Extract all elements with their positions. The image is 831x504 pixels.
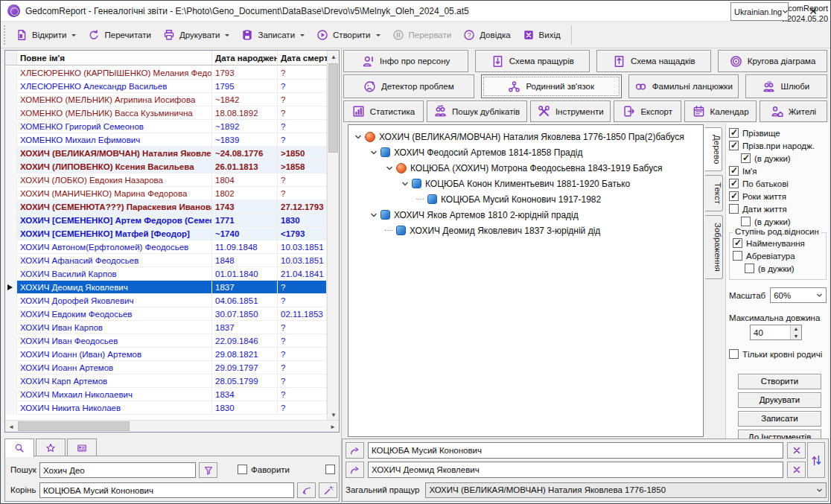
birth-date-cell[interactable]: ~1740 — [212, 227, 278, 240]
goto-person1-button[interactable] — [346, 442, 364, 459]
scroll-down-arrow[interactable]: ▼ — [328, 409, 340, 421]
person1-input[interactable] — [368, 442, 783, 459]
person-name-cell[interactable]: ХОХИЧ Карп Артемов — [17, 374, 212, 387]
feature-tab-problem-detector[interactable]: Детектор проблем — [343, 74, 474, 98]
option-checkbox[interactable]: Найменування — [733, 238, 824, 249]
person-name-cell[interactable]: ХОХИЧ Михаил Николаевич — [17, 388, 212, 401]
search-tab-card[interactable] — [67, 438, 97, 456]
death-date-cell[interactable]: 10.03.1851 — [278, 254, 327, 267]
checkbox-box[interactable] — [729, 141, 739, 150]
death-date-cell[interactable]: 02.11.1853 — [278, 307, 327, 320]
tree-expand-icon[interactable] — [369, 210, 378, 220]
death-date-cell[interactable]: ? — [278, 374, 327, 387]
death-date-cell[interactable]: ? — [278, 281, 327, 293]
tree-node[interactable]: ХОХИЧ Феодосий Артемов 1814-1858 Прадід — [348, 144, 703, 160]
table-row[interactable]: ХОМЕНКО (МЕЛЬНИК) Васса Кузьминична18.08… — [5, 106, 327, 120]
tree-node[interactable]: ХОХИЧ Яков Артемов 1810 2-юрідній прадід — [348, 207, 703, 223]
birth-date-cell[interactable]: 18.08.1892 — [212, 106, 278, 119]
favorites-checkbox-box[interactable] — [238, 465, 247, 474]
option-checkbox[interactable]: Прізвище — [729, 128, 829, 139]
table-row[interactable]: ХОМЕНКО Григорий Семеонов~1892? — [5, 120, 327, 133]
birth-date-cell[interactable]: 1743 — [212, 200, 278, 213]
table-row[interactable]: ХОХИЧ Михаил Николаевич1834? — [5, 388, 327, 401]
clear-person1-button[interactable] — [787, 442, 806, 459]
person-name-cell[interactable]: ХОМЕНКО Григорий Семеонов — [17, 120, 212, 133]
tree-node[interactable]: КОЦЮБА Конон Климентьевич 1881-1920 Бать… — [348, 176, 703, 191]
birth-date-cell[interactable]: 26.01.1813 — [212, 160, 278, 173]
view-tab-Зображення[interactable]: Зображення — [705, 215, 723, 279]
tree-expand-icon[interactable] — [353, 132, 363, 141]
person-name-cell[interactable]: ХОХИЧ [СЕМЕНЕНКО] Артем Федоров (Семео — [17, 214, 212, 226]
person-name-cell[interactable]: ХОХИЧ Автоном(Ерфтоломей) Феодосьев — [17, 240, 212, 253]
table-row[interactable]: ХОХИЧ (ЛИПОВЕНКО) Ксения Васильева26.01.… — [5, 160, 327, 173]
scroll-right-arrow[interactable]: ► — [327, 421, 339, 433]
person-name-cell[interactable]: ХОХИЧ [СЕМЕНЕНКО] Матфей [Феодор] — [17, 227, 212, 240]
death-date-cell[interactable]: 21.04.1841 — [278, 267, 327, 280]
birth-date-cell[interactable]: 1834 — [212, 388, 278, 401]
checkbox-box[interactable] — [729, 166, 739, 176]
favorites-checkbox[interactable]: Фаворити — [238, 465, 290, 476]
search-tab-star[interactable] — [36, 438, 66, 456]
person-name-cell[interactable]: ХЛЕСЮРЕНКО (КАРПЫШЕНКО) Мелания Федоровн… — [17, 66, 212, 79]
checkbox-box[interactable] — [741, 153, 751, 163]
goto-person2-button[interactable] — [346, 462, 364, 478]
col-birth-date[interactable]: Дата народження — [212, 51, 278, 65]
tree-expand-icon[interactable] — [400, 179, 410, 188]
language-select[interactable]: Ukrainian.lng — [730, 2, 789, 21]
wand-button[interactable] — [319, 482, 337, 498]
table-row[interactable]: ХОХИЧ Дорофей Яковлевич04.06.1851? — [5, 294, 327, 307]
alive-checkbox-box[interactable] — [325, 465, 335, 474]
option-checkbox[interactable]: Прізв.при народж. — [729, 141, 829, 152]
tree-node[interactable]: КОЦЮБА Мусий Кононович 1917-1982 — [348, 191, 703, 207]
person-name-cell[interactable]: ХОХИЧ Иоанн Артемов — [17, 361, 212, 374]
death-date-cell[interactable]: ? — [278, 401, 327, 414]
person-name-cell[interactable]: ХОХИЧ Иван Феодосьев — [17, 334, 212, 347]
birth-date-cell[interactable]: 1793 — [212, 66, 278, 79]
table-horizontal-scrollbar[interactable]: ◄ ► — [5, 420, 339, 432]
birth-date-cell[interactable]: ~1842 — [212, 93, 278, 106]
table-vertical-scrollbar[interactable]: ▲ ▼ — [327, 51, 339, 421]
person-name-cell[interactable]: ХОХИЧ Деомид Яковлевич — [17, 281, 212, 293]
toolbar-button-open-document[interactable]: Відкрити — [10, 25, 82, 45]
toolbar-button-create[interactable]: Створити — [311, 25, 386, 45]
toolbar-button-help[interactable]: ?Довідка — [457, 25, 516, 45]
checkbox-box[interactable] — [729, 179, 739, 188]
death-date-cell[interactable]: ? — [278, 80, 327, 92]
birth-date-cell[interactable]: 04.06.1851 — [212, 294, 278, 307]
spinner-up-arrow[interactable]: ▲ — [791, 325, 801, 333]
table-row[interactable]: ХОХИЧ Иоанн Артемов29.09.1797? — [5, 361, 327, 374]
birth-date-cell[interactable]: 11.09.1848 — [212, 240, 278, 253]
feature-tab-residents[interactable]: Жителі — [760, 101, 827, 122]
birth-date-cell[interactable]: 1848 — [212, 254, 278, 267]
table-row[interactable]: ХОМЕНКО Михаил Ефимович~1839? — [5, 133, 327, 147]
alive-checkbox[interactable]: Живе — [325, 465, 340, 476]
birth-date-cell[interactable]: 22.09.1846 — [212, 334, 278, 347]
person-name-cell[interactable]: ХОМЕНКО Михаил Ефимович — [17, 133, 212, 146]
death-date-cell[interactable]: >1858 — [278, 160, 327, 173]
checkbox-box[interactable] — [729, 128, 739, 138]
option-checkbox[interactable]: Дати життя — [729, 204, 829, 215]
person-name-cell[interactable]: ХОХИЧ (ЛИПОВЕНКО) Ксения Васильева — [17, 160, 212, 173]
table-row[interactable]: ХОХИЧ Иоанн (Иван) Артемов29.08.1821? — [5, 348, 327, 361]
death-date-cell[interactable]: ? — [278, 120, 327, 133]
option-checkbox[interactable]: (в дужки) — [741, 217, 829, 228]
birth-date-cell[interactable]: ~1892 — [212, 120, 278, 133]
person-name-cell[interactable]: ХОМЕНКО (МЕЛЬНИК) Васса Кузьминична — [17, 106, 212, 119]
col-death-date[interactable]: Дата смерті — [278, 51, 327, 65]
birth-date-cell[interactable]: 29.09.1797 — [212, 361, 278, 374]
person-name-cell[interactable]: ХОХИЧ Дорофей Яковлевич — [17, 294, 212, 307]
tree-expand-icon[interactable] — [369, 147, 378, 157]
birth-date-cell[interactable]: 29.08.1821 — [212, 348, 278, 360]
death-date-cell[interactable]: 27.12.1793 — [278, 200, 327, 213]
option-checkbox[interactable]: (в дужки) — [745, 264, 824, 275]
toolbar-button-exit[interactable]: Вихід — [517, 25, 567, 45]
person-name-cell[interactable]: ХОХИЧ Евдоким Феодосьев — [17, 307, 212, 320]
tree-expand-icon[interactable] — [384, 163, 394, 173]
table-row[interactable]: ХОХИЧ Автоном(Ерфтоломей) Феодосьев11.09… — [5, 240, 327, 254]
person-name-cell[interactable]: ХОХИЧ (СЕМЕНЮТА???) Параскевия Иванова — [17, 200, 212, 213]
table-row[interactable]: ХОХИЧ Карп Артемов28.05.1799? — [5, 374, 327, 388]
checkbox-box[interactable] — [745, 264, 754, 273]
scroll-left-arrow[interactable]: ◄ — [5, 421, 17, 433]
birth-date-cell[interactable]: 1804 — [212, 173, 278, 186]
table-row[interactable]: ХОХИЧ Деомид Яковлевич1837? — [5, 281, 327, 294]
